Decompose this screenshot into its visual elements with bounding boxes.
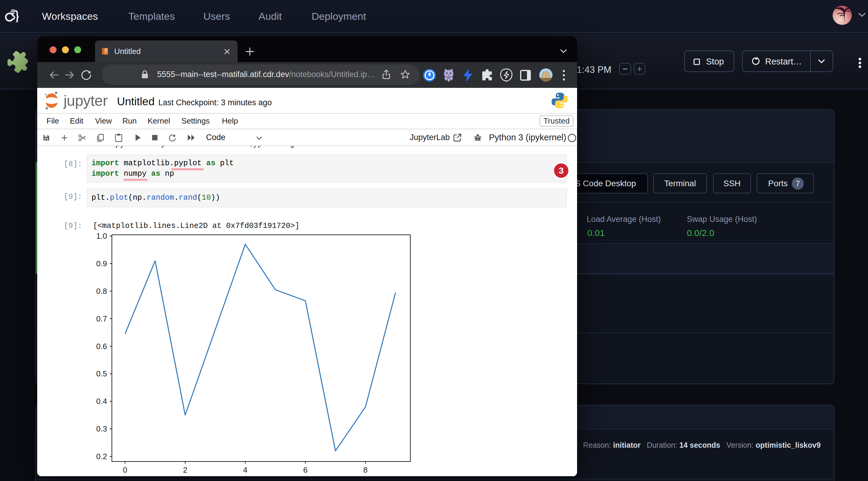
svg-text:0.9: 0.9 [96,259,107,268]
svg-text:4: 4 [243,466,247,474]
svg-text:2: 2 [183,466,187,474]
svg-text:3: 3 [559,165,564,175]
svg-text:1.0: 1.0 [96,231,107,241]
svg-text:0: 0 [123,466,127,474]
svg-text:6: 6 [303,466,307,474]
svg-text:8: 8 [363,466,367,474]
svg-text:0.6: 0.6 [96,342,107,351]
svg-text:0.8: 0.8 [96,287,107,296]
svg-text:0.5: 0.5 [96,369,107,378]
svg-text:0.3: 0.3 [96,424,107,433]
svg-text:0.7: 0.7 [96,314,107,323]
svg-text:0.2: 0.2 [96,452,107,461]
svg-text:0.4: 0.4 [96,397,107,406]
